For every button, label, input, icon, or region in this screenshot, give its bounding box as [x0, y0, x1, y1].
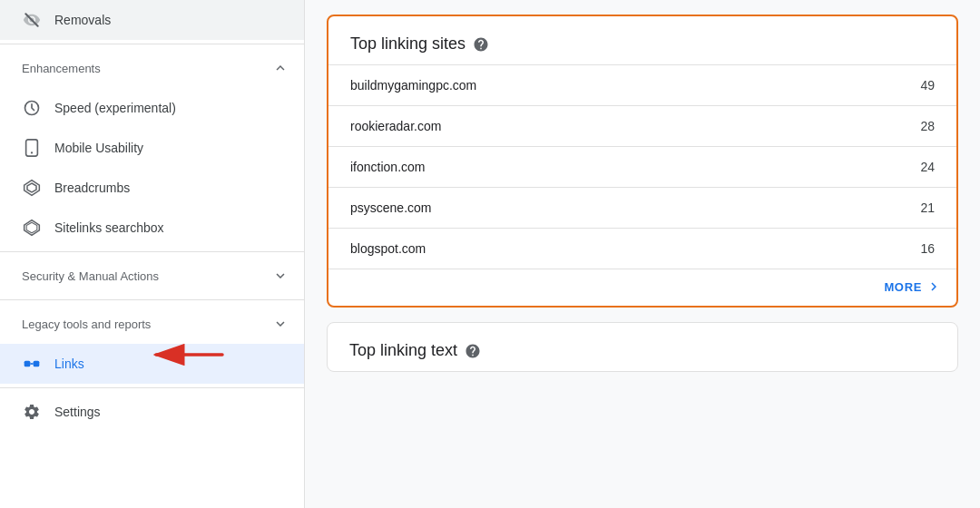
- divider-3: [0, 299, 304, 300]
- sidebar-item-breadcrumbs-label: Breadcrumbs: [54, 181, 130, 195]
- site-count: 49: [920, 78, 935, 93]
- divider-1: [0, 44, 304, 44]
- sidebar-item-links[interactable]: Links: [0, 344, 304, 384]
- sidebar-item-mobile-usability[interactable]: Mobile Usability: [0, 128, 304, 168]
- svg-rect-8: [24, 361, 31, 367]
- sitelinks-icon: [22, 218, 42, 238]
- divider-4: [0, 387, 304, 388]
- sidebar-item-speed-label: Speed (experimental): [54, 101, 176, 115]
- divider-2: [0, 251, 304, 252]
- section-security[interactable]: Security & Manual Actions: [0, 256, 304, 296]
- chevron-down-legacy-icon: [271, 315, 289, 333]
- svg-rect-9: [34, 361, 40, 367]
- section-legacy-label: Legacy tools and reports: [22, 318, 151, 331]
- top-linking-sites-title: Top linking sites: [350, 34, 466, 54]
- removals-icon: [22, 10, 42, 30]
- section-enhancements[interactable]: Enhancements: [0, 48, 304, 88]
- site-count: 24: [920, 160, 935, 174]
- top-linking-text-card: Top linking text: [327, 322, 958, 372]
- site-name: ifonction.com: [350, 160, 425, 174]
- table-row: ifonction.com 24: [328, 146, 956, 187]
- links-arrow-container: Links: [0, 344, 304, 384]
- svg-marker-7: [26, 222, 37, 233]
- sidebar-item-removals-label: Removals: [54, 13, 111, 27]
- section-enhancements-label: Enhancements: [22, 62, 101, 75]
- sidebar-item-sitelinks-label: Sitelinks searchbox: [54, 220, 164, 235]
- settings-icon: [22, 402, 42, 422]
- sidebar-item-mobile-label: Mobile Usability: [54, 141, 143, 155]
- card-header-top-text: Top linking text: [328, 323, 957, 371]
- card-footer-top-sites: MORE: [328, 269, 956, 306]
- card-header-top-sites: Top linking sites: [328, 16, 956, 64]
- site-name: psyscene.com: [350, 200, 431, 215]
- help-icon-top-text[interactable]: [465, 343, 481, 359]
- section-security-label: Security & Manual Actions: [22, 269, 159, 283]
- more-link-top-sites[interactable]: MORE: [884, 278, 942, 295]
- svg-marker-5: [27, 183, 36, 192]
- sidebar: Removals Enhancements Speed (experimenta…: [0, 0, 305, 508]
- sidebar-item-removals[interactable]: Removals: [0, 0, 304, 40]
- table-row: blogspot.com 16: [328, 228, 956, 269]
- speed-icon: [22, 98, 42, 118]
- site-name: rookieradar.com: [350, 119, 441, 133]
- sidebar-item-sitelinks[interactable]: Sitelinks searchbox: [0, 208, 304, 248]
- table-row: buildmygamingpc.com 49: [328, 64, 956, 105]
- site-count: 21: [920, 200, 935, 215]
- main-content: Top linking sites buildmygamingpc.com 49…: [305, 0, 980, 508]
- help-icon-top-sites[interactable]: [473, 36, 489, 53]
- mobile-icon: [22, 138, 42, 158]
- site-count: 28: [920, 119, 935, 133]
- chevron-down-security-icon: [271, 267, 289, 285]
- more-label: MORE: [884, 280, 922, 294]
- sidebar-item-settings-label: Settings: [54, 405, 101, 419]
- sidebar-item-links-label: Links: [54, 357, 84, 371]
- links-icon: [22, 354, 42, 374]
- site-name: buildmygamingpc.com: [350, 78, 476, 93]
- chevron-up-icon: [271, 59, 289, 77]
- section-legacy[interactable]: Legacy tools and reports: [0, 304, 304, 344]
- top-linking-sites-card: Top linking sites buildmygamingpc.com 49…: [327, 15, 958, 308]
- breadcrumbs-icon: [22, 178, 42, 198]
- table-row: rookieradar.com 28: [328, 105, 956, 146]
- site-count: 16: [920, 241, 935, 256]
- sidebar-item-breadcrumbs[interactable]: Breadcrumbs: [0, 168, 304, 208]
- table-row: psyscene.com 21: [328, 187, 956, 228]
- sidebar-item-speed[interactable]: Speed (experimental): [0, 88, 304, 128]
- top-linking-text-title: Top linking text: [349, 341, 457, 360]
- sidebar-item-settings[interactable]: Settings: [0, 392, 304, 432]
- site-name: blogspot.com: [350, 241, 426, 256]
